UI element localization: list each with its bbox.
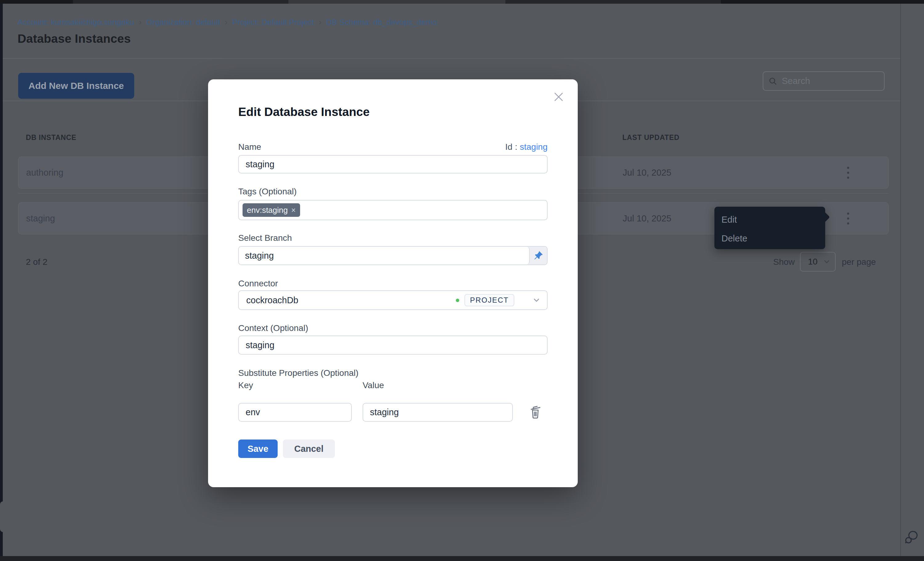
connector-status-dot [456, 299, 459, 302]
id-label: Id [506, 142, 513, 152]
browser-active-tab[interactable] [288, 0, 506, 4]
page-size-select[interactable]: 10 [800, 252, 836, 272]
search-box[interactable] [763, 71, 885, 91]
row-context-menu: Edit Delete [714, 207, 825, 249]
tags-input[interactable]: env:staging × [238, 200, 548, 220]
per-page-label: per page [842, 257, 876, 267]
window-bottom-edge [0, 556, 924, 561]
tag-chip: env:staging × [243, 203, 300, 217]
substitute-value-input[interactable] [363, 403, 513, 422]
edit-db-instance-modal: Edit Database Instance Name Id : staging… [208, 79, 578, 487]
row-actions-kebab-button[interactable] [840, 157, 856, 188]
pin-branch-button[interactable] [530, 247, 547, 265]
save-button[interactable]: Save [238, 440, 278, 458]
breadcrumb-separator-icon [139, 17, 142, 27]
breadcrumb-organization-link[interactable]: Organization: default [146, 18, 220, 27]
show-label: Show [773, 257, 795, 267]
browser-tab[interactable] [73, 0, 288, 4]
connector-scope-badge: PROJECT [465, 294, 514, 306]
add-db-instance-button[interactable]: Add New DB Instance [18, 73, 134, 99]
row-count-text: 2 of 2 [26, 257, 47, 267]
branch-input[interactable] [239, 247, 530, 265]
header-divider [3, 58, 900, 59]
page-title: Database Instances [18, 32, 131, 45]
modal-close-button[interactable] [553, 92, 564, 103]
substitute-properties-label: Substitute Properties (Optional) [238, 368, 358, 378]
context-menu-edit[interactable]: Edit [722, 215, 737, 225]
db-instance-name: authoring [26, 157, 63, 188]
column-header-last-updated: LAST UPDATED [622, 133, 680, 142]
branch-field [238, 246, 548, 265]
instance-id: Id : staging [506, 142, 548, 152]
trash-icon [530, 405, 542, 419]
tags-label: Tags (Optional) [238, 187, 297, 196]
cancel-button[interactable]: Cancel [283, 440, 335, 458]
search-icon [768, 76, 777, 86]
breadcrumb-project-link[interactable]: Project: Default Project [232, 18, 314, 27]
page-size-value: 10 [808, 257, 818, 267]
chat-support-button[interactable] [904, 530, 919, 546]
id-separator: : [515, 142, 518, 152]
context-menu-delete[interactable]: Delete [722, 233, 747, 244]
screen: Account: kurosakiichigo.songoku Organiza… [0, 0, 924, 561]
branch-label: Select Branch [238, 233, 292, 243]
browser-tab[interactable] [506, 0, 721, 4]
row-actions-kebab-button[interactable] [840, 203, 856, 234]
context-input[interactable] [238, 335, 548, 355]
id-value-link[interactable]: staging [520, 142, 548, 152]
content-right-border [900, 4, 901, 561]
name-label: Name [238, 142, 261, 152]
window-left-edge-notch [0, 501, 3, 532]
name-input[interactable] [238, 155, 548, 174]
breadcrumb-account-link[interactable]: Account: kurosakiichigo.songoku [18, 18, 134, 27]
chevron-down-icon [823, 258, 831, 266]
delete-substitute-row-button[interactable] [528, 405, 543, 420]
pushpin-icon [534, 251, 543, 260]
column-header-db-instance: DB INSTANCE [26, 133, 76, 142]
value-label: Value [363, 380, 384, 390]
substitute-key-input[interactable] [238, 403, 352, 422]
last-updated-date: Jul 10, 2025 [622, 203, 671, 234]
modal-title: Edit Database Instance [238, 105, 370, 119]
chevron-down-icon [532, 296, 541, 305]
connector-label: Connector [238, 279, 278, 289]
tag-remove-icon[interactable]: × [291, 206, 296, 214]
chat-bubbles-icon [904, 530, 919, 545]
connector-select[interactable]: cockroachDb PROJECT [238, 290, 548, 310]
breadcrumb-separator-icon [319, 17, 321, 27]
key-label: Key [238, 380, 253, 390]
context-label: Context (Optional) [238, 323, 308, 333]
tag-chip-label: env:staging [247, 205, 288, 215]
window-left-edge [0, 4, 3, 561]
breadcrumb-separator-icon [225, 17, 228, 27]
breadcrumb: Account: kurosakiichigo.songoku Organiza… [18, 17, 437, 27]
close-icon [554, 92, 564, 102]
breadcrumb-schema-link[interactable]: DB Schema: db_devops_demo [326, 18, 437, 27]
browser-tab-bar [0, 0, 924, 4]
search-input[interactable] [782, 76, 868, 86]
connector-value: cockroachDb [246, 295, 456, 305]
last-updated-date: Jul 10, 2025 [622, 157, 671, 188]
db-instance-name: staging [26, 203, 55, 234]
